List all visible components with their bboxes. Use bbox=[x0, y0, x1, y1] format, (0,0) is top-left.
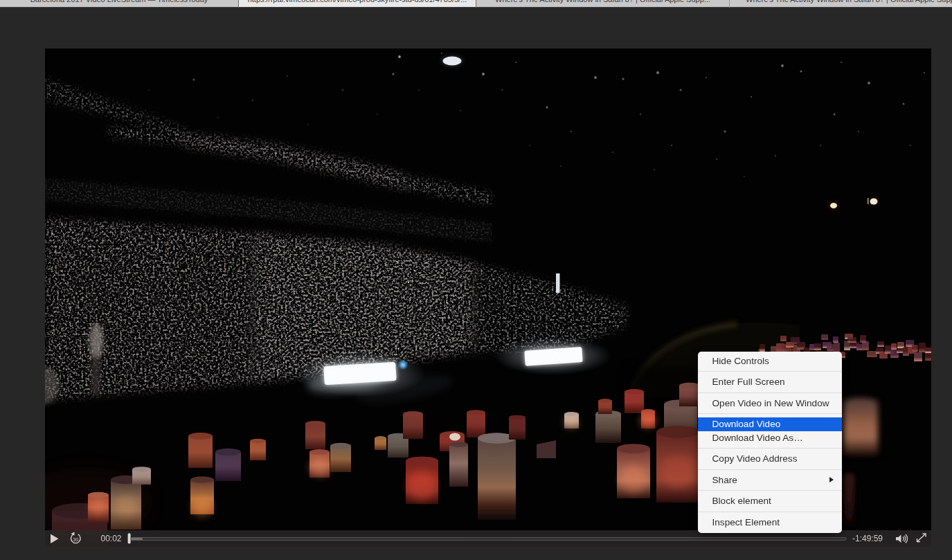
svg-text:30: 30 bbox=[73, 536, 78, 543]
svg-text:-1:49:59: -1:49:59 bbox=[852, 534, 883, 543]
svg-text:00:02: 00:02 bbox=[100, 534, 121, 543]
